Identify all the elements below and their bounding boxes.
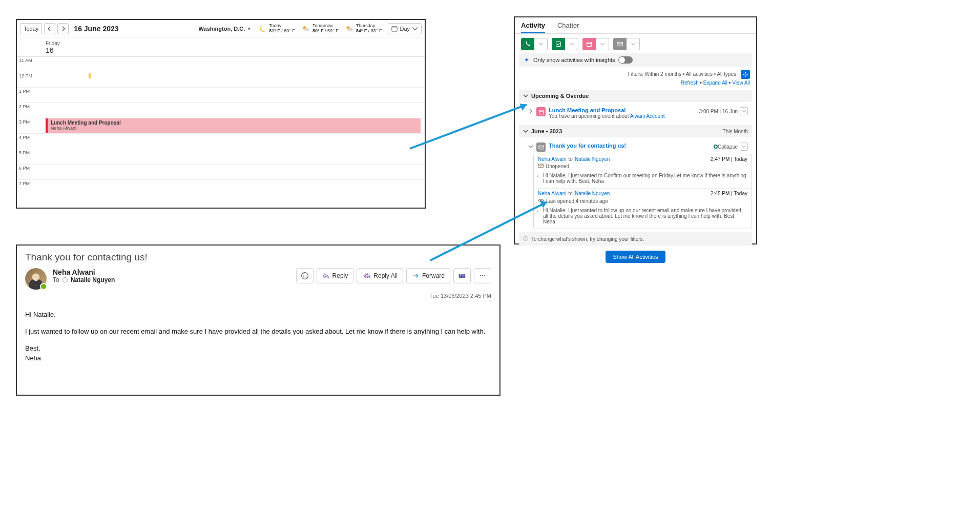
email-actions: Reply Reply All Forward T — [296, 268, 491, 283]
log-call-dropdown[interactable] — [534, 38, 548, 50]
eye-icon — [538, 197, 544, 205]
svg-rect-7 — [587, 42, 592, 46]
account-link[interactable]: Alwani Account — [630, 113, 665, 119]
calendar-grid[interactable]: 11 AM12 PM1 PM2 PM3 PM4 PM5 PM6 PM7 PMLu… — [17, 57, 425, 206]
svg-line-26 — [410, 105, 527, 149]
msg-to-link[interactable]: Natalie Nguyen — [575, 156, 610, 162]
calendar-hour-row[interactable]: 11 AM — [17, 57, 425, 72]
chevron-right-icon[interactable]: › — [537, 208, 538, 213]
sun-cloud-icon — [301, 24, 310, 33]
email-timestamp: Tue 13/06/2023 2:45 PM — [25, 293, 491, 299]
thread-menu-button[interactable] — [740, 142, 748, 151]
chevron-down-icon — [523, 93, 528, 98]
calendar-hour-row[interactable]: 5 PM — [17, 149, 425, 165]
svg-point-18 — [305, 275, 306, 276]
svg-point-16 — [301, 273, 308, 279]
view-all-link[interactable]: View All — [732, 80, 750, 86]
new-event-button[interactable] — [582, 38, 596, 50]
email-body: Hi Natalie, I just wanted to follow up o… — [25, 310, 491, 363]
appointment-title: Lunch Meeting and Proposal — [51, 120, 418, 126]
event-menu-button[interactable] — [740, 107, 748, 115]
hour-label: 3 PM — [17, 118, 46, 125]
new-event-dropdown[interactable] — [596, 38, 609, 50]
calendar-appointment[interactable]: Lunch Meeting and ProposalNeha Alwani — [46, 118, 421, 133]
upcoming-event-when: 3:00 PM | 16 Jun — [699, 109, 738, 114]
calendar-hour-row[interactable]: 4 PM — [17, 134, 425, 149]
sender-avatar[interactable] — [25, 268, 47, 290]
svg-point-21 — [463, 274, 465, 276]
caret-down-icon[interactable]: ▾ — [248, 26, 251, 31]
chevron-right-icon[interactable]: › — [537, 173, 538, 178]
salesforce-activity-panel: Activity Chatter ✦ Only show activities … — [514, 16, 757, 244]
activity-filter-line: Filters: Within 2 months • All activitie… — [515, 67, 756, 79]
view-label: Day — [400, 26, 410, 32]
reply-all-arrow-icon — [362, 272, 370, 279]
calendar-hour-row[interactable]: 6 PM — [17, 165, 425, 180]
upcoming-event-title[interactable]: Lunch Meeting and Proposal — [549, 107, 696, 113]
chevron-right-icon[interactable] — [528, 109, 533, 114]
svg-text:T: T — [460, 274, 462, 277]
msg-from-link[interactable]: Neha Alwani — [538, 191, 567, 196]
forward-button[interactable]: Forward — [406, 268, 450, 283]
send-email-button[interactable] — [613, 38, 627, 50]
show-all-activities-button[interactable]: Show All Activities — [606, 251, 665, 263]
msg-snippet: Hi Natalie, I just wanted to Confirm our… — [543, 173, 746, 184]
email-icon — [536, 142, 546, 152]
calendar-hour-row[interactable]: 7 PM — [17, 180, 425, 195]
sun-cloud-icon — [345, 24, 354, 33]
today-button[interactable]: Today — [20, 23, 42, 34]
email-subject: Thank you for contacting us! — [25, 252, 491, 263]
weather-thursday: Thursday84° F / 63° F — [345, 24, 382, 34]
section-month[interactable]: June • 2023 This Month — [519, 125, 752, 137]
log-call-button[interactable] — [521, 38, 534, 50]
chevron-down-icon[interactable] — [528, 144, 533, 149]
recipient-name[interactable]: Natalie Nguyen — [71, 276, 115, 283]
calendar-icon — [391, 26, 398, 32]
hour-label: 6 PM — [17, 165, 46, 171]
react-button[interactable] — [296, 268, 314, 283]
section-upcoming-overdue[interactable]: Upcoming & Overdue — [519, 90, 752, 102]
insights-toggle[interactable] — [618, 56, 633, 64]
email-thread-subject[interactable]: Thank you for contacting us! — [549, 142, 626, 149]
outlook-email-panel: Thank you for contacting us! Neha Alwani… — [16, 244, 501, 396]
chevron-down-icon — [412, 26, 418, 32]
calendar-day-header: Friday 16 — [17, 37, 425, 57]
forward-arrow-icon — [412, 272, 419, 279]
calendar-view-picker[interactable]: Day — [388, 23, 422, 34]
calendar-hour-row[interactable]: 2 PM — [17, 103, 425, 118]
bullet-icon — [714, 145, 718, 149]
activity-tabs: Activity Chatter — [515, 17, 756, 34]
send-email-dropdown[interactable] — [627, 38, 640, 50]
weather-tomorrow: Tomorrow80° F / 59° F — [301, 24, 339, 34]
reply-all-button[interactable]: Reply All — [357, 268, 403, 283]
next-day-button[interactable] — [57, 23, 69, 34]
collapse-link[interactable]: Collapse — [714, 144, 738, 150]
msg-from-link[interactable]: Neha Alwani — [538, 156, 567, 162]
filter-settings-button[interactable] — [741, 70, 750, 79]
thread-message: Neha AlwanitoNatalie Nguyen2:45 PM | Tod… — [534, 189, 752, 229]
calendar-date-label: 16 June 2023 — [74, 25, 118, 33]
more-actions-button[interactable] — [474, 268, 491, 283]
svg-point-10 — [744, 73, 746, 75]
prev-day-button[interactable] — [44, 23, 55, 34]
tab-activity[interactable]: Activity — [521, 22, 545, 33]
sender-name[interactable]: Neha Alwani — [53, 268, 290, 276]
calendar-hour-row[interactable]: 1 PM — [17, 88, 425, 103]
tab-chatter[interactable]: Chatter — [557, 22, 579, 33]
new-task-button[interactable] — [552, 38, 565, 50]
svg-point-17 — [303, 275, 304, 276]
presence-available-icon — [40, 283, 47, 290]
weather-location[interactable]: Washington, D.C. — [199, 26, 245, 32]
refresh-link[interactable]: Refresh — [681, 80, 699, 86]
expand-all-link[interactable]: Expand All — [703, 80, 727, 86]
svg-point-1 — [304, 28, 309, 31]
msg-timestamp: 2:45 PM | Today — [711, 191, 747, 196]
info-icon: ⓘ — [523, 235, 528, 242]
reply-button[interactable]: Reply — [317, 268, 354, 283]
msg-to-link[interactable]: Natalie Nguyen — [575, 191, 610, 196]
teams-share-button[interactable]: T — [453, 268, 471, 283]
svg-point-3 — [348, 28, 353, 31]
weather-today: Today81° F / 60° F — [258, 24, 295, 34]
calendar-hour-row[interactable]: 12 PM — [17, 72, 425, 88]
new-task-dropdown[interactable] — [565, 38, 578, 50]
